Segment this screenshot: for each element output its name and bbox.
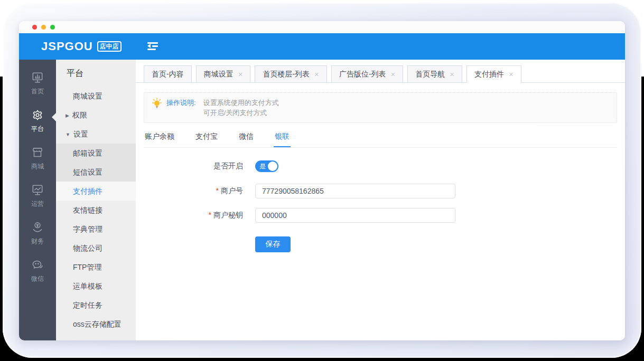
merchant-id-label: *商户号 xyxy=(144,186,243,196)
submenu-item-waybill-template[interactable]: 运单模板 xyxy=(56,277,136,296)
store-icon xyxy=(31,146,44,159)
submenu-item-friend-links[interactable]: 友情链接 xyxy=(56,201,136,220)
minimize-window-button[interactable] xyxy=(41,25,46,30)
sidebar-item-label: 首页 xyxy=(31,87,44,96)
save-button[interactable]: 保存 xyxy=(255,236,291,252)
unionpay-settings-form: 是否开启 是 *商户号 *商户秘钥 xyxy=(144,160,617,252)
sidebar-item-label: 平台 xyxy=(31,125,44,134)
tab-home-content[interactable]: 首页-内容 xyxy=(144,65,192,83)
caret-right-icon: ▶ xyxy=(66,113,69,118)
secondary-sidebar: 平台 商城设置 ▶权限 ▼设置 邮箱设置 短信设置 支付插件 友情链接 字典管理… xyxy=(56,60,136,340)
app-window: JSPGOU 店中店 首页 平台 xyxy=(19,21,625,340)
submenu-item-dictionary[interactable]: 字典管理 xyxy=(56,220,136,239)
maximize-window-button[interactable] xyxy=(50,25,55,30)
submenu-group-label: 权限 xyxy=(72,111,87,119)
tab-label: 支付插件 xyxy=(474,66,504,82)
notice-text: 设置系统使用的支付方式 可开启/关闭支付方式 xyxy=(203,98,279,118)
app-header: JSPGOU 店中店 xyxy=(19,33,625,60)
logo-text: JSPGOU xyxy=(41,40,93,53)
tab-label: 首页导航 xyxy=(415,66,445,82)
logo: JSPGOU 店中店 xyxy=(19,40,136,53)
close-tab-icon[interactable]: × xyxy=(450,70,454,78)
submenu-item-ftp[interactable]: FTP管理 xyxy=(56,258,136,277)
tab-label: 广告版位-列表 xyxy=(339,66,386,82)
subtab-alipay[interactable]: 支付宝 xyxy=(194,127,219,147)
sidebar-item-mall[interactable]: 商城 xyxy=(19,143,56,174)
submenu-item-logistics[interactable]: 物流公司 xyxy=(56,239,136,258)
tab-label: 首页楼层-列表 xyxy=(263,66,310,82)
subtab-wechat-pay[interactable]: 微信 xyxy=(238,127,255,147)
submenu-item-payment-plugin[interactable]: 支付插件 xyxy=(56,182,136,201)
window-body: 首页 平台 商城 xyxy=(19,60,625,340)
merchant-id-row: *商户号 xyxy=(144,184,617,198)
close-tab-icon[interactable]: × xyxy=(391,70,396,78)
enable-toggle-label: 是否开启 xyxy=(144,162,243,171)
merchant-key-row: *商户秘钥 xyxy=(144,208,617,223)
wechat-icon xyxy=(31,258,44,272)
submenu-group-label: 设置 xyxy=(73,130,88,138)
toggle-state-label: 是 xyxy=(259,160,266,172)
main-panel: 首页-内容 商城设置 × 首页楼层-列表 × 广告版位-列表 × 首页导航 × xyxy=(136,60,625,340)
notice-label: 操作说明: xyxy=(166,98,196,108)
submenu-item-mall-settings[interactable]: 商城设置 xyxy=(56,87,136,106)
merchant-id-input[interactable] xyxy=(255,184,455,198)
field-label-text: 商户号 xyxy=(221,186,243,195)
tab-ad-slot-list[interactable]: 广告版位-列表 × xyxy=(331,65,403,83)
tab-mall-settings[interactable]: 商城设置 × xyxy=(196,65,251,83)
submenu-item-oss-storage[interactable]: oss云存储配置 xyxy=(56,315,136,334)
sidebar-item-label: 微信 xyxy=(31,274,44,283)
primary-sidebar: 首页 平台 商城 xyxy=(19,60,56,340)
tab-bar: 首页-内容 商城设置 × 首页楼层-列表 × 广告版位-列表 × 首页导航 × xyxy=(136,60,625,83)
close-tab-icon[interactable]: × xyxy=(509,70,514,78)
notice-line-1: 设置系统使用的支付方式 xyxy=(203,98,279,108)
submenu-group-permissions[interactable]: ▶权限 xyxy=(56,106,136,125)
merchant-key-input[interactable] xyxy=(255,208,455,223)
sidebar-item-finance[interactable]: 财务 xyxy=(19,218,56,249)
window-titlebar xyxy=(19,21,625,33)
subtab-unionpay[interactable]: 银联 xyxy=(274,127,291,147)
sidebar-item-platform[interactable]: 平台 xyxy=(19,106,56,136)
required-asterisk: * xyxy=(216,186,219,195)
dashboard-monitor-icon xyxy=(31,71,44,84)
active-item-arrow xyxy=(52,113,56,121)
field-label-text: 商户秘钥 xyxy=(213,211,243,219)
payment-method-tabs: 账户余额 支付宝 微信 银联 xyxy=(144,127,617,148)
sidebar-item-home[interactable]: 首页 xyxy=(19,68,56,99)
sidebar-item-operations[interactable]: 运营 xyxy=(19,180,56,211)
close-tab-icon[interactable]: × xyxy=(238,70,243,78)
lightbulb-icon xyxy=(152,98,162,109)
tab-payment-plugin[interactable]: 支付插件 × xyxy=(466,65,521,83)
toggle-knob xyxy=(268,162,277,171)
chart-monitor-icon xyxy=(31,183,44,197)
tab-label: 首页-内容 xyxy=(152,66,184,82)
enable-toggle-row: 是否开启 是 xyxy=(144,160,617,172)
sidebar-collapse-icon[interactable] xyxy=(147,42,159,51)
submenu-title: 平台 xyxy=(56,60,136,87)
notice-line-2: 可开启/关闭支付方式 xyxy=(203,108,279,118)
sidebar-item-wechat[interactable]: 微信 xyxy=(19,255,56,286)
close-tab-icon[interactable]: × xyxy=(314,70,319,78)
sidebar-item-label: 财务 xyxy=(31,237,44,246)
submenu-item-email-settings[interactable]: 邮箱设置 xyxy=(56,144,136,163)
gear-icon xyxy=(31,108,44,122)
sidebar-item-label: 运营 xyxy=(31,200,44,208)
form-actions-row: 保存 xyxy=(144,236,617,252)
required-asterisk: * xyxy=(209,211,211,219)
logo-badge: 店中店 xyxy=(97,41,122,52)
tab-home-nav[interactable]: 首页导航 × xyxy=(407,65,462,83)
caret-down-icon: ▼ xyxy=(66,132,70,137)
merchant-key-label: *商户秘钥 xyxy=(144,211,243,220)
tab-home-floor-list[interactable]: 首页楼层-列表 × xyxy=(255,65,326,83)
operation-notice: 操作说明: 设置系统使用的支付方式 可开启/关闭支付方式 xyxy=(144,92,617,123)
submenu-item-sms-settings[interactable]: 短信设置 xyxy=(56,163,136,182)
finance-coin-hand-icon xyxy=(31,221,44,234)
submenu-group-settings[interactable]: ▼设置 xyxy=(56,125,136,144)
tab-content: 操作说明: 设置系统使用的支付方式 可开启/关闭支付方式 账户余额 支付宝 微信… xyxy=(136,83,625,340)
enable-toggle-switch[interactable]: 是 xyxy=(255,160,278,172)
subtab-account-balance[interactable]: 账户余额 xyxy=(144,127,175,147)
tab-label: 商城设置 xyxy=(204,66,234,82)
close-window-button[interactable] xyxy=(32,25,37,30)
submenu-item-scheduled-tasks[interactable]: 定时任务 xyxy=(56,296,136,315)
sidebar-item-label: 商城 xyxy=(31,162,44,171)
